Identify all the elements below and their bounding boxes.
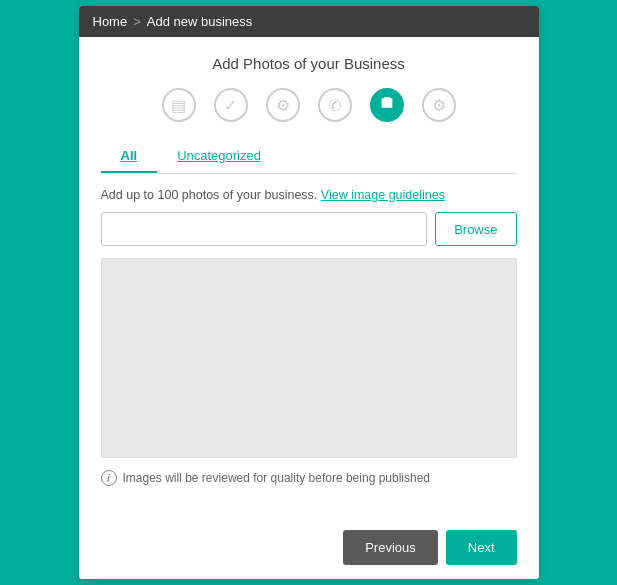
upload-info: Add up to 100 photos of your business. V… [101, 188, 517, 202]
breadcrumb-separator: > [133, 14, 141, 29]
title-bar: Home > Add new business [79, 6, 539, 37]
tab-uncategorized[interactable]: Uncategorized [157, 140, 281, 173]
step-icon-camera[interactable] [370, 88, 404, 122]
review-notice-text: Images will be reviewed for quality befo… [123, 471, 431, 485]
form-icon: ▤ [171, 96, 186, 115]
step-icon-gear[interactable]: ⚙ [266, 88, 300, 122]
step-icon-phone[interactable]: ✆ [318, 88, 352, 122]
file-input[interactable] [101, 212, 428, 246]
previous-button[interactable]: Previous [343, 530, 438, 565]
settings-icon: ⚙ [432, 96, 446, 115]
review-notice: i Images will be reviewed for quality be… [101, 470, 517, 486]
tabs-bar: All Uncategorized [101, 140, 517, 174]
camera-icon [379, 95, 395, 115]
tab-all[interactable]: All [101, 140, 158, 173]
next-button[interactable]: Next [446, 530, 517, 565]
content-area: Add Photos of your Business ▤ ✓ ⚙ ✆ [79, 37, 539, 520]
main-window: Home > Add new business Add Photos of yo… [79, 6, 539, 579]
upload-info-text: Add up to 100 photos of your business. [101, 188, 318, 202]
step-icon-settings[interactable]: ⚙ [422, 88, 456, 122]
step-icon-check[interactable]: ✓ [214, 88, 248, 122]
step-icon-form[interactable]: ▤ [162, 88, 196, 122]
check-icon: ✓ [224, 96, 237, 115]
info-icon: i [101, 470, 117, 486]
breadcrumb-current: Add new business [147, 14, 253, 29]
phone-icon: ✆ [328, 96, 341, 115]
footer-buttons: Previous Next [79, 520, 539, 579]
upload-row: Browse [101, 212, 517, 246]
step-icons-bar: ▤ ✓ ⚙ ✆ ⚙ [101, 88, 517, 122]
gear-icon: ⚙ [276, 96, 290, 115]
photo-preview-area [101, 258, 517, 458]
browse-button[interactable]: Browse [435, 212, 516, 246]
image-guidelines-link[interactable]: View image guidelines [321, 188, 445, 202]
home-link[interactable]: Home [93, 14, 128, 29]
page-title: Add Photos of your Business [101, 55, 517, 72]
